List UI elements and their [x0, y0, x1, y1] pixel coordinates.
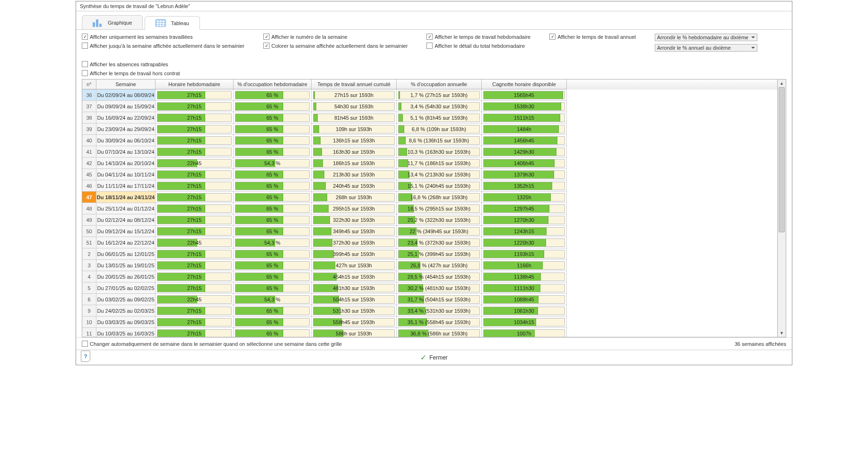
select-round-week[interactable]: Arrondir le % hebdomadaire au dixième — [655, 34, 757, 41]
cell-cum: 349h45 sur 1593h — [312, 226, 397, 237]
cb-absences[interactable] — [82, 61, 88, 67]
cell-occ: 65 % — [234, 146, 312, 158]
table-row[interactable]: 42Du 14/10/24 au 20/10/2422h4554,3 %186h… — [82, 158, 777, 169]
close-label: Fermer — [429, 354, 448, 361]
cell-week: Du 14/10/24 au 20/10/24 — [96, 158, 156, 169]
table-row[interactable]: 2Du 06/01/25 au 12/01/2527h1565 %399h45 … — [82, 248, 777, 260]
cell-occ: 65 % — [234, 180, 312, 192]
cb-only-worked-label: Afficher uniquement les semaines travail… — [90, 34, 192, 40]
table-row[interactable]: 4Du 20/01/25 au 26/01/2527h1565 %454h15 … — [82, 271, 777, 282]
cell-num: 41 — [82, 146, 96, 158]
cell-cag: 1243h15 — [482, 226, 567, 237]
cell-hours: 27h15 — [156, 169, 234, 180]
cell-hours: 22h45 — [156, 237, 234, 248]
table-row[interactable]: 11Du 10/03/25 au 16/03/2527h1565 %586h s… — [82, 328, 777, 337]
cb-color-current[interactable] — [263, 43, 269, 49]
cell-week: Du 27/01/25 au 02/02/25 — [96, 282, 156, 294]
cell-num: 5 — [82, 282, 96, 294]
table-row[interactable]: 50Du 09/12/24 au 15/12/2427h1565 %349h45… — [82, 226, 777, 237]
hdr-occ[interactable]: % d'occupation hebdomadaire — [234, 79, 312, 89]
cb-auto-change[interactable] — [82, 341, 88, 347]
tab-bar: Graphique Tableau — [76, 11, 792, 30]
cb-until-current[interactable] — [82, 43, 88, 49]
cb-off-contract[interactable] — [82, 70, 88, 76]
status-weeks-count: 36 semaines affichées — [735, 341, 786, 347]
select-round-year[interactable]: Arrondir le % annuel au dixième — [655, 44, 757, 52]
table-row[interactable]: 6Du 03/02/25 au 09/02/2522h4554,3 %504h1… — [82, 294, 777, 305]
table-row[interactable]: 40Du 30/09/24 au 06/10/2427h1565 %136h15… — [82, 135, 777, 146]
table-row[interactable]: 41Du 07/10/24 au 13/10/2427h1565 %163h30… — [82, 146, 777, 158]
cell-week: Du 30/09/24 au 06/10/24 — [96, 135, 156, 146]
cell-num: 36 — [82, 89, 96, 101]
cell-hours: 27h15 — [156, 146, 234, 158]
cell-cag: 1061h30 — [482, 305, 567, 317]
table-row[interactable]: 49Du 02/12/24 au 08/12/2427h1565 %322h30… — [82, 214, 777, 226]
tab-table[interactable]: Tableau — [145, 16, 200, 30]
hdr-num[interactable]: n° — [82, 79, 96, 89]
cell-cum: 109h sur 1593h — [312, 123, 397, 135]
data-grid[interactable]: n° Semaine Horaire hebdomadaire % d'occu… — [82, 79, 778, 337]
cell-week: Du 18/11/24 au 24/11/24 — [96, 192, 156, 203]
cell-ann: 35,1 % (558h45 sur 1593h) — [397, 317, 482, 328]
cell-num: 38 — [82, 112, 96, 123]
table-row[interactable]: 5Du 27/01/25 au 02/02/2527h1565 %481h30 … — [82, 282, 777, 294]
scroll-up-icon[interactable]: ▲ — [778, 79, 786, 87]
cb-show-week-num[interactable] — [263, 34, 269, 40]
cell-week: Du 11/11/24 au 17/11/24 — [96, 180, 156, 192]
table-row[interactable]: 46Du 11/11/24 au 17/11/2427h1565 %240h45… — [82, 180, 777, 192]
cell-num: 9 — [82, 305, 96, 317]
cell-cag: 1429h30 — [482, 146, 567, 158]
table-row[interactable]: 10Du 03/03/25 au 09/03/2527h1565 %558h45… — [82, 317, 777, 328]
cell-week: Du 03/02/25 au 09/02/25 — [96, 294, 156, 305]
scroll-down-icon[interactable]: ▼ — [778, 329, 786, 337]
cb-weekly-time-label: Afficher le temps de travail hebdomadair… — [434, 34, 530, 40]
vertical-scrollbar[interactable]: ▲ ▼ — [778, 79, 786, 337]
close-button[interactable]: ✓ Fermer — [420, 353, 448, 362]
hdr-hours[interactable]: Horaire hebdomadaire — [156, 79, 234, 89]
cell-week: Du 20/01/25 au 26/01/25 — [96, 271, 156, 282]
cell-cag: 1406h45 — [482, 158, 567, 169]
cell-num: 6 — [82, 294, 96, 305]
table-row[interactable]: 47Du 18/11/24 au 24/11/2427h1565 %268h s… — [82, 192, 777, 203]
cell-num: 4 — [82, 271, 96, 282]
cell-hours: 27h15 — [156, 260, 234, 271]
cb-only-worked[interactable] — [82, 34, 88, 40]
table-row[interactable]: 3Du 13/01/25 au 19/01/2527h1565 %427h su… — [82, 260, 777, 271]
tab-graph[interactable]: Graphique — [82, 15, 143, 30]
table-row[interactable]: 36Du 02/09/24 au 08/09/2427h1565 %27h15 … — [82, 89, 777, 101]
cell-occ: 65 % — [234, 192, 312, 203]
table-row[interactable]: 51Du 16/12/24 au 22/12/2422h4554,3 %372h… — [82, 237, 777, 248]
table-row[interactable]: 39Du 23/09/24 au 29/09/2427h1565 %109h s… — [82, 123, 777, 135]
cell-cag: 1111h30 — [482, 282, 567, 294]
cb-weekly-detail[interactable] — [426, 43, 433, 49]
hdr-week[interactable]: Semaine — [96, 79, 156, 89]
table-row[interactable]: 37Du 09/09/24 au 15/09/2427h1565 %54h30 … — [82, 101, 777, 112]
hdr-cum[interactable]: Temps de travail annuel cumulé — [312, 79, 397, 89]
cell-cag: 1297h45 — [482, 203, 567, 214]
table-row[interactable]: 48Du 25/11/24 au 01/12/2427h1565 %295h15… — [82, 203, 777, 214]
tab-graph-label: Graphique — [108, 20, 132, 26]
hdr-ann[interactable]: % d'occupation annuelle — [397, 79, 482, 89]
cell-week: Du 23/09/24 au 29/09/24 — [96, 123, 156, 135]
cell-ann: 33,4 % (531h30 sur 1593h) — [397, 305, 482, 317]
table-row[interactable]: 38Du 16/09/24 au 22/09/2427h1565 %81h45 … — [82, 112, 777, 123]
cell-occ: 65 % — [234, 101, 312, 112]
cell-week: Du 09/09/24 au 15/09/24 — [96, 101, 156, 112]
cell-cum: 504h15 sur 1593h — [312, 294, 397, 305]
cell-num: 49 — [82, 214, 96, 226]
cell-ann: 3,4 % (54h30 sur 1593h) — [397, 101, 482, 112]
scroll-thumb[interactable] — [779, 87, 785, 232]
cell-hours: 27h15 — [156, 214, 234, 226]
cell-cum: 295h15 sur 1593h — [312, 203, 397, 214]
cb-annual-time[interactable] — [549, 34, 556, 40]
table-row[interactable]: 9Du 24/02/25 au 02/03/2527h1565 %531h30 … — [82, 305, 777, 317]
cb-annual-time-label: Afficher le temps de travail annuel — [557, 34, 636, 40]
cell-cag: 1270h30 — [482, 214, 567, 226]
cb-until-current-label: Afficher jusqu'à la semaine affichée act… — [90, 43, 244, 49]
cb-weekly-time[interactable] — [426, 34, 433, 40]
cell-cag: 1034h15 — [482, 317, 567, 328]
table-row[interactable]: 45Du 04/11/24 au 10/11/2427h1565 %213h30… — [82, 169, 777, 180]
hdr-cag[interactable]: Cagnotte horaire disponible — [482, 79, 567, 89]
help-icon[interactable]: ? — [81, 351, 90, 362]
cell-occ: 65 % — [234, 214, 312, 226]
